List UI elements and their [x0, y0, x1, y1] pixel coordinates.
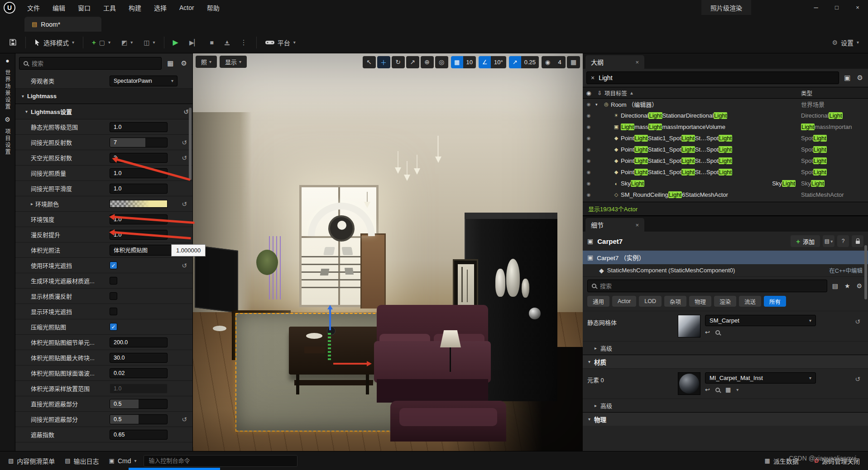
setting-input[interactable]: 1.0: [110, 122, 168, 132]
setting-input[interactable]: 30.0: [110, 353, 168, 363]
reset-icon[interactable]: ↺: [178, 416, 191, 423]
texture-streaming-icon[interactable]: ▦: [725, 386, 731, 393]
setting-input[interactable]: 1.0: [110, 384, 168, 394]
select-mode-dropdown[interactable]: 选择模式 ▾: [30, 35, 79, 50]
close-button[interactable]: ×: [847, 0, 868, 15]
chevron-down-icon[interactable]: ▾: [736, 387, 739, 392]
content-drawer-button[interactable]: ▧ 内容侧滑菜单: [5, 456, 58, 465]
cinematics-dropdown[interactable]: ◫ ▾: [139, 35, 159, 50]
add-component-button[interactable]: + 添加: [791, 235, 820, 247]
setting-input[interactable]: 0.5: [110, 414, 168, 424]
close-icon[interactable]: ×: [635, 59, 639, 66]
filter-chip-通用[interactable]: 通用: [587, 296, 609, 307]
select-tool[interactable]: ↖: [363, 56, 376, 68]
rail-project-settings-tab[interactable]: 项目设置: [4, 128, 11, 156]
setting-checkbox[interactable]: ✓: [110, 261, 117, 269]
details-search-input[interactable]: [600, 283, 823, 290]
unreal-logo-icon[interactable]: U: [4, 2, 15, 14]
play-button[interactable]: ▶: [168, 35, 183, 50]
setting-input[interactable]: 7: [110, 138, 168, 147]
static-mesh-combo[interactable]: SM_Carpet ▾: [705, 315, 816, 326]
instance-row-selected[interactable]: ▣ Carpet7 （实例）: [583, 251, 868, 264]
stop-button[interactable]: ■: [205, 35, 218, 50]
advanced-expander[interactable]: ▸ 高级: [583, 341, 868, 355]
add-actor-dropdown[interactable]: + ▢ ▾: [87, 35, 115, 50]
surface-snap-toggle[interactable]: ◎: [435, 56, 448, 68]
menu-item-帮助[interactable]: 帮助: [201, 0, 226, 15]
material-combo[interactable]: MI_Carpet_Mat_Inst ▾: [705, 372, 816, 384]
visibility-eye-icon[interactable]: ◉: [583, 124, 595, 129]
outliner-row[interactable]: ◉◇SM_RoundCeilingLight6StaticMeshActorSt…: [583, 189, 868, 200]
reset-icon[interactable]: ↺: [178, 262, 191, 269]
setting-checkbox[interactable]: ✓: [110, 323, 117, 331]
filter-chip-渲染[interactable]: 渲染: [714, 296, 736, 307]
angle-snap-icon[interactable]: ∠: [479, 56, 491, 68]
menu-item-选择[interactable]: 选择: [148, 0, 173, 15]
grid-snap-icon[interactable]: ▦: [451, 56, 463, 68]
favorites-icon[interactable]: ★: [843, 282, 852, 290]
scale-snap-icon[interactable]: ↗: [509, 56, 521, 68]
project-settings-icon[interactable]: ⚙: [5, 116, 10, 123]
advanced-expander[interactable]: ▸ 高级: [583, 399, 868, 412]
outliner-search[interactable]: × Light: [586, 71, 839, 84]
setting-input[interactable]: 0.5: [110, 399, 168, 409]
world-settings-icon[interactable]: ●: [5, 57, 9, 64]
filter-chip-Actor[interactable]: Actor: [612, 296, 636, 307]
settings-search-input[interactable]: [32, 60, 157, 67]
view-options-icon[interactable]: ▤: [831, 282, 839, 290]
setting-checkbox[interactable]: [110, 308, 117, 315]
platforms-dropdown[interactable]: 平台 ▾: [261, 35, 300, 50]
filter-chip-LOD[interactable]: LOD: [639, 296, 662, 307]
rail-world-settings-tab[interactable]: 世界场景设置: [4, 70, 11, 110]
menu-item-编辑[interactable]: 编辑: [46, 0, 72, 15]
pin-column-icon[interactable]: ⇩: [595, 90, 604, 96]
outliner-row[interactable]: ◉▾◎Room （编辑器）世界场景: [583, 99, 868, 110]
play-options-button[interactable]: ⋮: [236, 35, 252, 50]
filter-chip-物理[interactable]: 物理: [689, 296, 711, 307]
menu-item-构建[interactable]: 构建: [122, 0, 148, 15]
settings-section-header[interactable]: ▾Lightmass: [15, 89, 192, 104]
settings-search[interactable]: [19, 57, 162, 70]
visibility-eye-icon[interactable]: ◉: [583, 158, 595, 163]
blueprints-dropdown[interactable]: ◩ ▾: [117, 35, 137, 50]
use-selected-asset-icon[interactable]: ↩: [705, 386, 710, 393]
add-folder-icon[interactable]: ▣: [843, 74, 852, 82]
lock-button[interactable]: [852, 235, 863, 247]
save-button[interactable]: [5, 35, 21, 50]
outliner-settings-icon[interactable]: ⚙: [856, 74, 864, 82]
level-viewport[interactable]: 照▾显示▾ ↖ ＋ ↻ ↗ ⊕ ◎ ▦ 10 ∠ 10°: [193, 53, 583, 451]
gear-icon[interactable]: ⚙: [179, 59, 189, 67]
setting-input[interactable]: 0.02: [110, 368, 168, 378]
outliner-row[interactable]: ◉▣LightmassLightmassImportanceVolumeLigh…: [583, 121, 868, 133]
viewport-mode-button[interactable]: 显示▾: [220, 56, 247, 68]
setting-input[interactable]: 0.65: [110, 430, 168, 440]
maximize-viewport-icon[interactable]: ▦: [567, 56, 580, 68]
setting-checkbox[interactable]: [110, 292, 117, 300]
reset-icon[interactable]: ↺: [852, 372, 863, 395]
settings-subsection-header[interactable]: ▾Lightmass设置↺: [15, 104, 192, 119]
color-swatch[interactable]: [110, 200, 168, 208]
gear-icon[interactable]: ⚙: [855, 282, 863, 290]
tab-details[interactable]: 细节 ×: [585, 218, 644, 232]
minimize-button[interactable]: ─: [806, 0, 826, 15]
blueprint-convert-button[interactable]: ▤▾: [823, 235, 834, 247]
settings-scrollbar[interactable]: [189, 108, 192, 180]
outliner-row[interactable]: ◉◆PointLightStatic1_SpotLightSt…SpotLigh…: [583, 133, 868, 144]
visibility-eye-icon[interactable]: ◉: [583, 113, 595, 118]
rotate-tool[interactable]: ↻: [392, 56, 405, 68]
reset-icon[interactable]: ↺: [852, 315, 863, 337]
transform-gizmo-y-axis[interactable]: [328, 333, 331, 362]
static-mesh-thumbnail[interactable]: [678, 315, 700, 337]
launch-button[interactable]: ▲: [220, 35, 234, 50]
console-input[interactable]: [149, 457, 293, 464]
expander-icon[interactable]: ▸: [31, 201, 33, 206]
outliner-row[interactable]: ◉◆PointLightStatic1_SpotLightSt…SpotLigh…: [583, 155, 868, 166]
move-tool[interactable]: ＋: [377, 56, 390, 68]
setting-checkbox[interactable]: [110, 277, 117, 285]
photo-render-button[interactable]: 照片级渲染: [701, 0, 751, 15]
scale-tool[interactable]: ↗: [406, 56, 419, 68]
browse-to-asset-icon[interactable]: [715, 330, 720, 335]
menu-item-工具[interactable]: 工具: [97, 0, 122, 15]
transform-gizmo-z-axis[interactable]: [329, 309, 331, 330]
outliner-row[interactable]: ◉☀DirectionalLightStationarDirectionalLi…: [583, 110, 868, 121]
